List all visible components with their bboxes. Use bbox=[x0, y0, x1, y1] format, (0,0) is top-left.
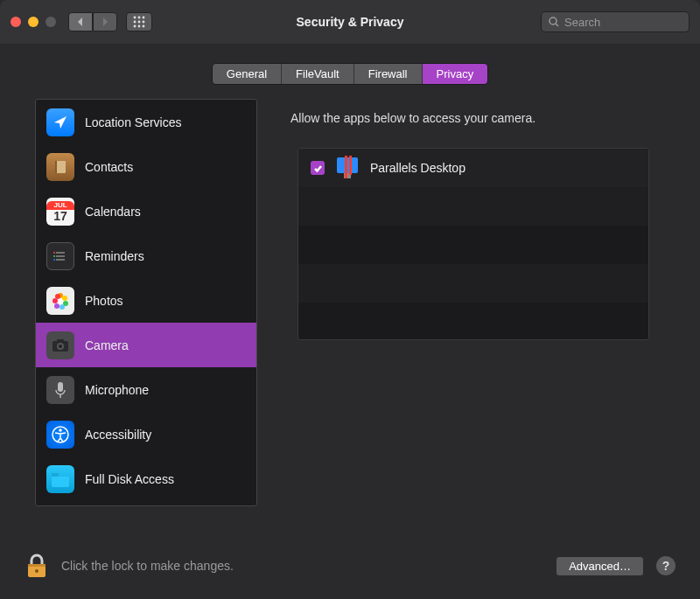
svg-rect-36 bbox=[28, 564, 46, 567]
contacts-icon bbox=[46, 153, 74, 181]
app-row-empty bbox=[298, 226, 648, 264]
tab-bar: General FileVault Firewall Privacy bbox=[0, 63, 700, 85]
sidebar-item-label: Calendars bbox=[85, 205, 141, 219]
help-button[interactable]: ? bbox=[656, 556, 676, 575]
search-placeholder: Search bbox=[564, 16, 600, 29]
window-controls bbox=[10, 17, 56, 27]
privacy-sidebar: Location Services Contacts JUL 17 Calend… bbox=[35, 99, 257, 506]
svg-rect-30 bbox=[58, 382, 63, 392]
svg-point-23 bbox=[54, 303, 60, 309]
svg-point-0 bbox=[134, 17, 136, 19]
reminders-icon bbox=[46, 242, 74, 270]
minimize-window-button[interactable] bbox=[28, 17, 38, 27]
svg-rect-12 bbox=[55, 161, 57, 173]
tab-privacy[interactable]: Privacy bbox=[423, 64, 488, 84]
svg-rect-29 bbox=[57, 339, 64, 342]
svg-point-33 bbox=[59, 428, 62, 432]
svg-line-10 bbox=[556, 24, 558, 26]
folder-icon bbox=[46, 465, 74, 493]
advanced-button[interactable]: Advanced… bbox=[556, 556, 644, 576]
zoom-window-button[interactable] bbox=[46, 17, 56, 27]
app-row-empty bbox=[298, 187, 648, 226]
close-window-button[interactable] bbox=[10, 17, 21, 27]
sidebar-item-reminders[interactable]: Reminders bbox=[36, 233, 256, 278]
app-list: Parallels Desktop bbox=[298, 148, 649, 340]
app-name-label: Parallels Desktop bbox=[370, 161, 466, 175]
footer: Click the lock to make changes. Advanced… bbox=[0, 538, 700, 599]
svg-point-6 bbox=[134, 25, 136, 28]
svg-point-17 bbox=[53, 255, 55, 257]
photos-icon bbox=[46, 287, 74, 315]
sidebar-item-accessibility[interactable]: Accessibility bbox=[36, 412, 256, 456]
sidebar-item-contacts[interactable]: Contacts bbox=[36, 144, 256, 189]
svg-point-37 bbox=[35, 569, 38, 573]
app-row-empty bbox=[298, 303, 648, 341]
sidebar-item-label: Location Services bbox=[85, 115, 182, 129]
camera-icon bbox=[46, 331, 74, 359]
accessibility-icon bbox=[46, 421, 74, 449]
svg-point-3 bbox=[134, 21, 136, 24]
sidebar-item-camera[interactable]: Camera bbox=[36, 323, 256, 367]
sidebar-item-full-disk-access[interactable]: Full Disk Access bbox=[36, 456, 256, 501]
content-pane: Allow the apps below to access your came… bbox=[275, 99, 665, 506]
calendar-icon: JUL 17 bbox=[46, 198, 74, 226]
show-all-button[interactable] bbox=[126, 12, 152, 31]
sidebar-item-calendars[interactable]: JUL 17 Calendars bbox=[36, 189, 256, 233]
svg-point-8 bbox=[143, 25, 145, 28]
sidebar-item-label: Full Disk Access bbox=[85, 472, 174, 486]
svg-point-20 bbox=[62, 296, 67, 301]
app-row[interactable]: Parallels Desktop bbox=[298, 149, 648, 187]
svg-point-22 bbox=[60, 304, 65, 310]
sidebar-item-label: Camera bbox=[85, 338, 129, 352]
tab-general[interactable]: General bbox=[213, 64, 282, 84]
content-heading: Allow the apps below to access your came… bbox=[275, 99, 665, 134]
sidebar-item-photos[interactable]: Photos bbox=[36, 278, 256, 323]
tab-firewall[interactable]: Firewall bbox=[354, 64, 423, 84]
lock-message: Click the lock to make changes. bbox=[61, 559, 234, 573]
svg-point-1 bbox=[138, 17, 141, 19]
svg-rect-34 bbox=[52, 473, 59, 477]
sidebar-item-label: Accessibility bbox=[85, 428, 151, 442]
svg-point-28 bbox=[59, 345, 62, 348]
svg-point-9 bbox=[550, 17, 556, 24]
microphone-icon bbox=[46, 376, 74, 404]
sidebar-item-label: Photos bbox=[85, 294, 123, 308]
svg-point-2 bbox=[143, 17, 145, 19]
lock-icon[interactable] bbox=[24, 553, 49, 579]
parallels-desktop-icon bbox=[335, 156, 360, 180]
sidebar-item-microphone[interactable]: Microphone bbox=[36, 367, 256, 412]
back-button[interactable] bbox=[68, 12, 93, 31]
sidebar-item-label: Reminders bbox=[85, 249, 144, 263]
svg-point-25 bbox=[55, 294, 60, 299]
svg-point-18 bbox=[53, 259, 55, 261]
sidebar-item-location-services[interactable]: Location Services bbox=[36, 100, 256, 144]
forward-button[interactable] bbox=[93, 12, 117, 31]
sidebar-item-label: Microphone bbox=[85, 383, 149, 397]
sidebar-item-label: Contacts bbox=[85, 160, 133, 174]
nav-buttons bbox=[68, 12, 117, 31]
tab-filevault[interactable]: FileVault bbox=[282, 64, 354, 84]
app-row-empty bbox=[298, 264, 648, 303]
search-field[interactable]: Search bbox=[541, 11, 690, 32]
location-icon bbox=[46, 108, 74, 136]
svg-point-24 bbox=[52, 298, 58, 303]
svg-point-16 bbox=[53, 252, 55, 254]
svg-point-5 bbox=[143, 21, 145, 24]
app-checkbox[interactable] bbox=[311, 161, 325, 175]
svg-point-4 bbox=[138, 21, 141, 24]
titlebar: Security & Privacy Search bbox=[0, 0, 700, 44]
svg-point-7 bbox=[138, 25, 141, 28]
